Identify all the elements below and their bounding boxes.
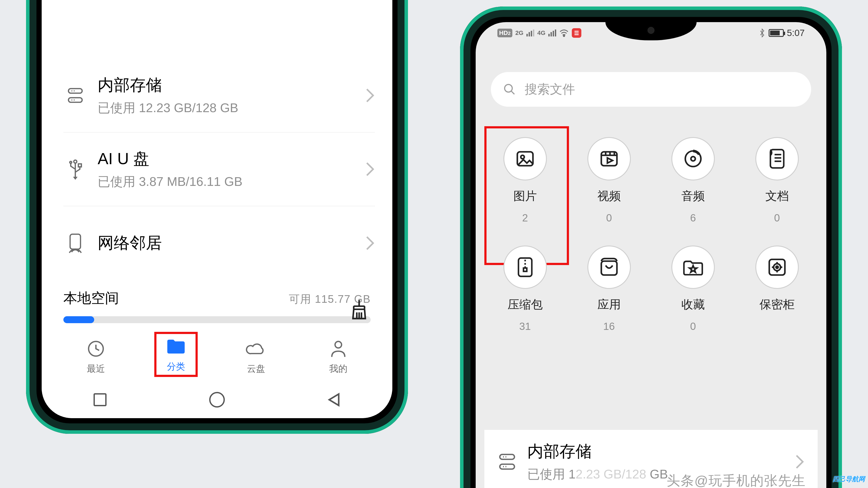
row-internal-storage[interactable]: 内部存储 已使用 12.23 GB/128 GB	[63, 59, 375, 132]
app-notification-icon	[572, 28, 581, 38]
tab-recent[interactable]: 最近	[74, 338, 118, 375]
corner-tag: 四己导航网	[832, 475, 865, 484]
usb-drive-sub: 已使用 3.87 MB/16.11 GB	[98, 173, 354, 190]
svg-rect-20	[526, 34, 528, 36]
row-network-neighbors[interactable]: 网络邻居	[63, 206, 375, 280]
battery-icon	[769, 29, 784, 37]
svg-rect-27	[555, 30, 556, 36]
tab-mine-label: 我的	[329, 363, 347, 375]
signal-4g-label: 4G	[537, 30, 545, 36]
svg-point-28	[563, 35, 565, 37]
category-favorites-label: 收藏	[681, 297, 705, 313]
category-grid: 图片 2 视频 0 音频 6	[476, 124, 826, 345]
category-safe-label: 保密柜	[760, 297, 795, 313]
local-space-title: 本地空间	[63, 289, 119, 307]
category-apps[interactable]: 应用 16	[567, 246, 651, 332]
clock-icon	[86, 338, 106, 359]
tab-categories-label: 分类	[167, 360, 185, 372]
search-icon	[503, 83, 516, 96]
archive-icon	[503, 246, 547, 289]
svg-rect-23	[533, 30, 534, 36]
nav-back[interactable]	[324, 390, 344, 410]
tab-recent-label: 最近	[87, 363, 105, 375]
nav-overview[interactable]	[90, 390, 110, 410]
category-audio[interactable]: 音频 6	[651, 137, 735, 224]
svg-rect-24	[548, 34, 550, 36]
svg-rect-11	[70, 234, 81, 249]
category-apps-label: 应用	[597, 297, 621, 313]
row-usb-drive[interactable]: AI U 盘 已使用 3.87 MB/16.11 GB	[63, 132, 375, 206]
internal-storage-icon	[63, 86, 87, 104]
svg-line-30	[511, 91, 515, 94]
video-icon	[587, 137, 631, 181]
svg-rect-1	[69, 98, 82, 102]
bluetooth-icon	[758, 28, 766, 38]
category-videos[interactable]: 视频 0	[567, 137, 651, 224]
phone-frame-left: 内部存储 已使用 12.23 GB/128 GB	[26, 0, 408, 434]
clean-button[interactable]	[350, 298, 369, 320]
signal-bars-icon	[526, 30, 534, 36]
hd-badge: HD2	[497, 29, 512, 37]
audio-icon	[672, 137, 715, 181]
category-videos-count: 0	[606, 212, 612, 224]
tab-cloud-label: 云盘	[247, 363, 265, 375]
chevron-right-icon	[795, 454, 805, 469]
chevron-right-icon	[365, 161, 375, 177]
usb-icon	[63, 158, 87, 180]
category-videos-label: 视频	[597, 188, 621, 204]
signal-bars-icon	[548, 30, 556, 36]
internal-storage-sub: 已使用 12.23 GB/128 GB	[98, 100, 354, 117]
svg-point-9	[70, 161, 72, 163]
svg-point-52	[776, 266, 778, 268]
category-documents[interactable]: 文档 0	[735, 137, 819, 224]
apps-icon	[587, 246, 631, 289]
android-nav-bar	[42, 381, 392, 418]
svg-point-6	[74, 160, 77, 163]
nav-home[interactable]	[207, 390, 227, 410]
tab-mine[interactable]: 我的	[317, 338, 360, 375]
svg-rect-26	[553, 31, 554, 36]
category-images[interactable]: 图片 2	[483, 137, 567, 224]
svg-marker-38	[608, 158, 613, 163]
local-space-progress	[63, 316, 371, 323]
network-icon	[63, 233, 87, 254]
folder-icon	[165, 336, 186, 357]
svg-point-40	[691, 157, 695, 161]
svg-rect-47	[523, 268, 527, 271]
tab-cloud[interactable]: 云盘	[235, 338, 278, 375]
category-archives-count: 31	[519, 320, 531, 332]
category-archives-label: 压缩包	[507, 297, 543, 313]
person-icon	[328, 338, 349, 359]
signal-2g-label: 2G	[516, 30, 523, 36]
image-icon	[503, 137, 547, 181]
usb-drive-title: AI U 盘	[98, 148, 354, 170]
search-bar[interactable]: 搜索文件	[491, 72, 811, 107]
cloud-icon	[246, 338, 267, 359]
svg-marker-19	[329, 394, 339, 405]
internal-storage-title: 内部存储	[98, 74, 354, 96]
search-placeholder: 搜索文件	[525, 81, 575, 98]
svg-rect-22	[531, 31, 532, 36]
chevron-right-icon	[365, 88, 375, 103]
svg-rect-25	[551, 32, 552, 36]
svg-point-32	[521, 155, 524, 159]
category-favorites-count: 0	[690, 320, 696, 332]
category-images-label: 图片	[514, 188, 537, 204]
favorites-icon	[672, 246, 715, 289]
svg-marker-10	[73, 177, 78, 180]
svg-rect-58	[500, 464, 515, 469]
svg-rect-0	[69, 89, 82, 93]
internal-storage-icon	[497, 452, 517, 471]
chevron-right-icon	[365, 235, 375, 251]
phone-frame-right: HD2 2G 4G 5:07 搜索文件	[460, 6, 842, 488]
category-favorites[interactable]: 收藏 0	[651, 246, 735, 332]
svg-point-18	[335, 341, 342, 348]
category-images-count: 2	[522, 212, 528, 224]
svg-rect-57	[500, 454, 515, 459]
category-apps-count: 16	[603, 320, 615, 332]
tab-categories[interactable]: 分类	[154, 332, 198, 377]
svg-rect-13	[354, 306, 365, 309]
category-safe[interactable]: 保密柜	[735, 246, 819, 332]
category-documents-label: 文档	[765, 188, 789, 204]
category-archives[interactable]: 压缩包 31	[483, 246, 567, 332]
